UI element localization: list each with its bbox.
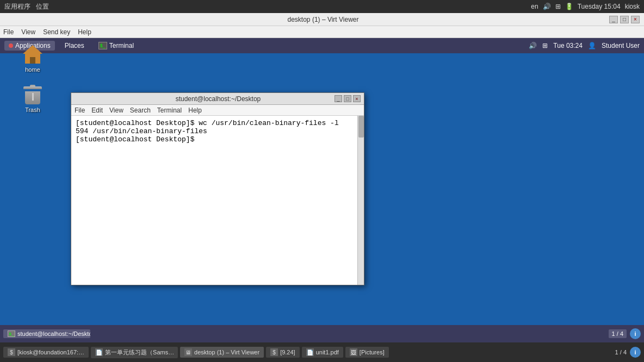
host-task-kiosk-icon: $ — [8, 348, 15, 356]
terminal-close-button[interactable]: × — [353, 95, 361, 102]
terminal-scrollbar[interactable] — [357, 116, 364, 285]
guest-taskbar: $_ student@localhost:~/Desktop 1 / 4 i — [0, 325, 644, 342]
host-taskbar: $ [kiosk@foundation167:… 📄 第一单元练习题（Sams…… — [0, 342, 644, 362]
trash-body — [25, 91, 40, 104]
host-task-virt-label: desktop (1) – Virt Viewer — [194, 349, 259, 355]
terminal-menu-file[interactable]: File — [75, 107, 85, 114]
guest-panel-right: 🔊 ⊞ Tue 03:24 👤 Student User — [529, 42, 640, 49]
host-task-kiosk[interactable]: $ [kiosk@foundation167:… — [3, 347, 89, 358]
host-task-pictures-label: [Pictures] — [360, 349, 385, 355]
trash-lid — [23, 86, 42, 89]
host-task-pdf[interactable]: 📄 unit1.pdf — [302, 347, 343, 358]
guest-places-label: Places — [65, 42, 84, 49]
applications-dot — [9, 43, 13, 48]
guest-pager: 1 / 4 — [609, 329, 627, 338]
terminal-line-2: 594 /usr/bin/clean-binary-files — [76, 127, 353, 135]
host-pager-circle[interactable]: i — [630, 347, 641, 358]
guest-volume-icon[interactable]: 🔊 — [529, 42, 537, 49]
guest-taskbar-left: $_ student@localhost:~/Desktop — [3, 329, 90, 338]
terminal-menu-help[interactable]: Help — [188, 107, 202, 114]
guest-terminal-label: Terminal — [109, 42, 134, 49]
virt-maximize-button[interactable]: □ — [620, 16, 629, 23]
host-volume-icon[interactable]: 🔊 — [543, 3, 551, 10]
terminal-minimize-button[interactable]: _ — [335, 95, 342, 102]
guest-pager-circle[interactable]: i — [630, 328, 641, 339]
home-icon — [22, 43, 44, 65]
desktop-icon-home[interactable]: home — [16, 43, 49, 73]
terminal-line-3: [student@localhost Desktop]$ — [76, 135, 353, 143]
virt-close-button[interactable]: × — [631, 16, 640, 23]
taskbar-terminal-icon: $_ — [8, 330, 15, 337]
host-pager: 1 / 4 — [615, 349, 627, 355]
host-network-icon: ⊞ — [555, 3, 561, 10]
home-body — [25, 54, 40, 64]
host-task-sams-icon: 📄 — [95, 348, 103, 356]
terminal-menu-search[interactable]: Search — [130, 107, 151, 114]
host-task-924-icon: $ — [270, 348, 278, 356]
host-battery-icon: 🔋 — [565, 3, 573, 10]
host-task-pictures[interactable]: 🖼 [Pictures] — [345, 347, 389, 358]
host-task-924[interactable]: $ [9.24] — [266, 347, 300, 358]
host-task-pictures-icon: 🖼 — [350, 348, 357, 356]
virt-menu-file[interactable]: File — [3, 28, 14, 36]
host-lang: en — [531, 3, 538, 10]
virt-viewer-titlebar: desktop (1) – Virt Viewer _ □ × — [0, 13, 644, 26]
terminal-menu-edit[interactable]: Edit — [91, 107, 103, 114]
guest-places-button[interactable]: Places — [60, 41, 89, 51]
host-task-virt[interactable]: 🖥 desktop (1) – Virt Viewer — [180, 347, 264, 358]
guest-panel: Applications Places $_ Terminal 🔊 ⊞ Tue … — [0, 38, 644, 53]
host-task-sams[interactable]: 📄 第一单元练习题（Sams… — [91, 347, 178, 358]
terminal-win-controls: _ □ × — [335, 95, 361, 102]
virt-menu-help[interactable]: Help — [78, 28, 91, 36]
terminal-titlebar: student@localhost:~/Desktop _ □ × — [71, 93, 364, 105]
virt-viewer-menubar: File View Send key Help — [0, 26, 644, 38]
terminal-window: student@localhost:~/Desktop _ □ × File E… — [71, 92, 364, 285]
host-task-virt-icon: 🖥 — [184, 348, 192, 356]
virt-viewer-title: desktop (1) – Virt Viewer — [37, 16, 609, 23]
guest-desktop: Applications Places $_ Terminal 🔊 ⊞ Tue … — [0, 38, 644, 342]
terminal-menubar: File Edit View Search Terminal Help — [71, 105, 364, 116]
terminal-body: [student@localhost Desktop]$ wc /usr/bin… — [71, 116, 364, 285]
host-apps-label[interactable]: 应用程序 — [4, 2, 30, 11]
guest-user-icon: 👤 — [588, 42, 596, 49]
host-kiosk-label: kiosk — [625, 3, 640, 10]
host-taskbar-right: 1 / 4 i — [615, 347, 641, 358]
virt-menu-view[interactable]: View — [21, 28, 35, 36]
host-places-label[interactable]: 位置 — [36, 2, 49, 11]
host-task-kiosk-label: [kiosk@foundation167:… — [17, 349, 84, 355]
guest-taskbar-terminal-label: student@localhost:~/Desktop — [17, 330, 90, 337]
host-task-pdf-icon: 📄 — [306, 348, 314, 356]
trash-icon — [22, 84, 44, 105]
desktop-icons: home Trash — [16, 43, 49, 113]
trash-icon-label: Trash — [25, 107, 40, 113]
terminal-line-1: [student@localhost Desktop]$ wc /usr/bin… — [76, 119, 353, 127]
virt-viewer-win-controls: _ □ × — [609, 16, 640, 23]
guest-user-label: Student User — [602, 42, 640, 49]
terminal-scrollbar-thumb[interactable] — [358, 116, 364, 138]
desktop-icon-trash[interactable]: Trash — [16, 84, 49, 113]
host-task-sams-label: 第一单元练习题（Sams… — [105, 348, 174, 357]
home-roof — [23, 45, 42, 54]
guest-taskbar-terminal-item[interactable]: $_ student@localhost:~/Desktop — [3, 329, 90, 338]
virt-menu-sendkey[interactable]: Send key — [43, 28, 70, 36]
host-clock: Tuesday 15:04 — [578, 3, 621, 10]
virt-minimize-button[interactable]: _ — [609, 16, 618, 23]
host-bar-right: en 🔊 ⊞ 🔋 Tuesday 15:04 kiosk — [531, 3, 640, 10]
host-bar-left: 应用程序 位置 — [4, 2, 49, 11]
guest-network-icon: ⊞ — [542, 42, 548, 49]
home-icon-label: home — [25, 66, 40, 73]
host-bar: 应用程序 位置 en 🔊 ⊞ 🔋 Tuesday 15:04 kiosk — [0, 0, 644, 13]
terminal-content[interactable]: [student@localhost Desktop]$ wc /usr/bin… — [71, 116, 357, 285]
guest-taskbar-right: 1 / 4 i — [609, 328, 641, 339]
terminal-menu-view[interactable]: View — [109, 107, 123, 114]
terminal-menu-terminal[interactable]: Terminal — [157, 107, 182, 114]
guest-terminal-button[interactable]: $_ Terminal — [94, 41, 138, 51]
terminal-maximize-button[interactable]: □ — [344, 95, 351, 102]
terminal-title: student@localhost:~/Desktop — [102, 95, 335, 103]
guest-clock: Tue 03:24 — [553, 42, 583, 49]
home-door — [30, 57, 35, 64]
terminal-icon: $_ — [98, 42, 107, 49]
host-task-pdf-label: unit1.pdf — [316, 349, 339, 355]
host-task-924-label: [9.24] — [280, 349, 295, 355]
